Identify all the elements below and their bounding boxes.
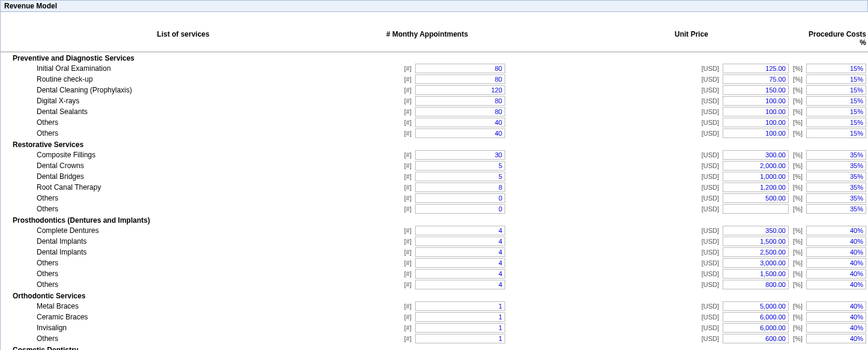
qty-cell: [#] [349, 106, 577, 117]
usd-input[interactable] [723, 301, 789, 311]
usd-input[interactable] [723, 96, 789, 106]
pct-input[interactable] [806, 323, 866, 333]
row-indent [1, 247, 17, 258]
usd-input[interactable] [723, 226, 789, 235]
qty-input[interactable] [415, 301, 505, 311]
usd-unit-label: [USD] [696, 301, 720, 311]
usd-input[interactable] [723, 161, 789, 170]
pct-unit-label: [%] [793, 161, 804, 170]
qty-input[interactable] [415, 258, 505, 268]
header-cost: Procedure Costs % [806, 12, 868, 52]
pct-input[interactable] [806, 193, 866, 203]
usd-input[interactable] [723, 74, 789, 84]
usd-input[interactable] [723, 280, 789, 289]
usd-input[interactable] [723, 107, 789, 116]
usd-input[interactable] [723, 64, 789, 73]
pct-input[interactable] [806, 226, 866, 235]
qty-input[interactable] [415, 334, 505, 343]
qty-input[interactable] [415, 312, 505, 322]
qty-input[interactable] [415, 183, 505, 192]
qty-input[interactable] [415, 107, 505, 116]
pct-input[interactable] [806, 107, 866, 116]
qty-input[interactable] [415, 118, 505, 127]
qty-input[interactable] [415, 128, 505, 138]
pct-input[interactable] [806, 172, 866, 181]
qty-input[interactable] [415, 204, 505, 214]
pct-cell: [%] [806, 312, 868, 322]
usd-input[interactable] [723, 237, 789, 246]
usd-input[interactable] [723, 312, 789, 322]
row-indent [1, 117, 17, 128]
usd-unit-label: [USD] [696, 237, 720, 246]
pct-input[interactable] [806, 118, 866, 127]
qty-input[interactable] [415, 323, 505, 333]
qty-input[interactable] [415, 172, 505, 181]
row-indent [1, 258, 17, 268]
qty-input[interactable] [415, 269, 505, 279]
usd-input[interactable] [723, 85, 789, 95]
usd-input[interactable] [723, 183, 789, 192]
qty-input[interactable] [415, 280, 505, 289]
pct-input[interactable] [806, 237, 866, 246]
usd-input[interactable] [723, 118, 789, 127]
usd-input[interactable] [723, 128, 789, 138]
usd-input[interactable] [723, 204, 789, 214]
qty-input[interactable] [415, 64, 505, 73]
usd-unit-label: [USD] [696, 323, 720, 333]
pct-input[interactable] [806, 258, 866, 268]
qty-input[interactable] [415, 226, 505, 235]
qty-input[interactable] [415, 237, 505, 246]
pct-input[interactable] [806, 280, 866, 289]
usd-input[interactable] [723, 172, 789, 181]
usd-input[interactable] [723, 269, 789, 279]
qty-input[interactable] [415, 74, 505, 84]
qty-cell: [#] [349, 204, 577, 214]
qty-cell: [#] [349, 268, 577, 279]
pct-input[interactable] [806, 247, 866, 257]
usd-input[interactable] [723, 258, 789, 268]
qty-unit-label: [#] [389, 118, 413, 127]
qty-input[interactable] [415, 150, 505, 160]
pct-input[interactable] [806, 312, 866, 322]
usd-input[interactable] [723, 193, 789, 203]
pct-input[interactable] [806, 301, 866, 311]
pct-input[interactable] [806, 269, 866, 279]
pct-unit-label: [%] [793, 64, 804, 73]
pct-input[interactable] [806, 183, 866, 192]
pct-cell: [%] [806, 247, 868, 258]
usd-unit-label: [USD] [696, 183, 720, 192]
service-name: Dental Implants [17, 247, 349, 258]
pct-input[interactable] [806, 334, 866, 343]
qty-input[interactable] [415, 96, 505, 106]
pct-input[interactable] [806, 150, 866, 160]
usd-input[interactable] [723, 334, 789, 343]
qty-input[interactable] [415, 193, 505, 203]
pct-cell: [%] [806, 268, 868, 279]
qty-unit-label: [#] [389, 107, 413, 116]
qty-input[interactable] [415, 247, 505, 257]
pct-input[interactable] [806, 96, 866, 106]
usd-unit-label: [USD] [696, 269, 720, 279]
pct-input[interactable] [806, 74, 866, 84]
pct-unit-label: [%] [793, 301, 804, 311]
pct-input[interactable] [806, 85, 866, 95]
qty-input[interactable] [415, 161, 505, 170]
pct-unit-label: [%] [793, 237, 804, 246]
qty-input[interactable] [415, 85, 505, 95]
pct-input[interactable] [806, 161, 866, 170]
usd-unit-label: [USD] [696, 107, 720, 116]
pct-unit-label: [%] [793, 258, 804, 268]
row-indent [1, 236, 17, 247]
row-indent [1, 333, 17, 344]
service-name: Metal Braces [17, 301, 349, 312]
pct-input[interactable] [806, 204, 866, 214]
usd-input[interactable] [723, 150, 789, 160]
pct-input[interactable] [806, 64, 866, 73]
usd-unit-label: [USD] [696, 172, 720, 181]
usd-input[interactable] [723, 323, 789, 333]
usd-input[interactable] [723, 247, 789, 257]
usd-cell: [USD] [577, 301, 806, 312]
pct-input[interactable] [806, 128, 866, 138]
usd-cell: [USD] [577, 85, 806, 95]
service-name: Others [17, 258, 349, 268]
